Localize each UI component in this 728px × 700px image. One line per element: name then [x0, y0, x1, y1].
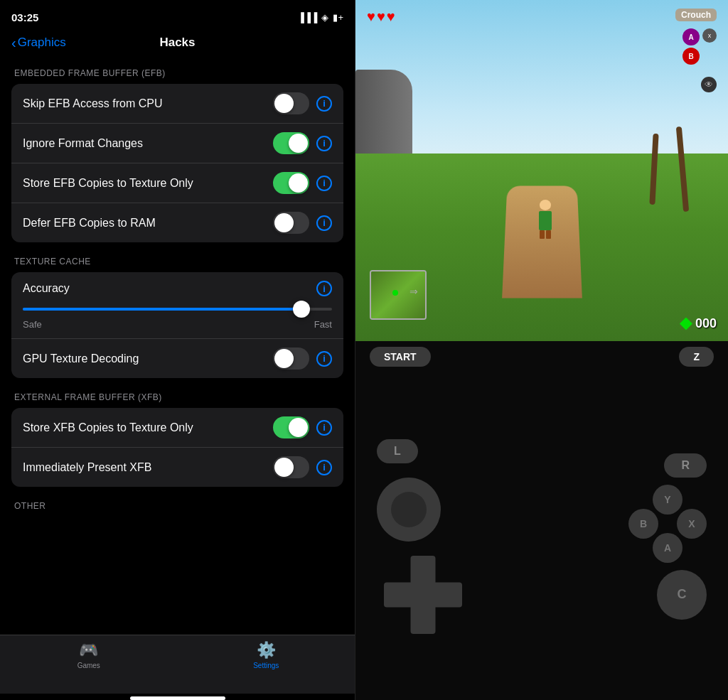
texture-group: Accuracy i Safe Fast GPU Texture Decodin…	[11, 272, 343, 378]
minimap: ⇒ ‹ ›	[370, 270, 427, 320]
game-panel: ♥ ♥ ♥ Crouch A x B 👁 ⇒	[355, 0, 728, 700]
tab-bar: 🎮 Games ⚙️ Settings	[0, 635, 355, 694]
store-xfb-label: Store XFB Copies to Texture Only	[23, 421, 193, 434]
efb-section-label: EMBEDDED FRAME BUFFER (EFB)	[11, 57, 343, 84]
dpad-vertical	[411, 556, 436, 634]
tab-games[interactable]: 🎮 Games	[0, 641, 178, 669]
present-xfb-label: Immediately Present XFB	[23, 461, 151, 474]
link-head	[540, 200, 551, 210]
tab-settings[interactable]: ⚙️ Settings	[178, 641, 355, 669]
skip-efb-info[interactable]: i	[316, 96, 332, 112]
status-time: 03:25	[11, 11, 38, 23]
link-body	[539, 211, 552, 230]
heart-3: ♥	[387, 9, 395, 25]
wifi-icon: ◈	[321, 12, 328, 23]
minimap-arrow: ⇒	[410, 286, 418, 297]
efb-group: Skip EFB Access from CPU i Ignore Format…	[11, 84, 343, 242]
palm-tree-1	[680, 126, 685, 212]
slider-thumb[interactable]	[293, 301, 310, 318]
toggle-thumb	[274, 94, 294, 113]
dpad[interactable]	[384, 556, 462, 634]
x-button[interactable]: X	[677, 509, 707, 539]
nav-bar: ‹ Graphics Hacks	[0, 31, 355, 57]
link-legs	[540, 230, 551, 239]
gem-icon	[680, 318, 692, 330]
palm-tree-2	[651, 134, 657, 205]
minimap-inner: ⇒	[371, 271, 425, 318]
a-button[interactable]: A	[653, 533, 682, 563]
store-xfb-info[interactable]: i	[316, 420, 332, 436]
table-row: Store XFB Copies to Texture Only i	[11, 408, 343, 448]
accuracy-label: Accuracy	[23, 282, 70, 295]
back-label: Graphics	[18, 36, 66, 50]
analog-stick-inner	[391, 492, 427, 527]
defer-efb-info[interactable]: i	[316, 215, 332, 231]
toggle-thumb	[274, 458, 294, 477]
l-button[interactable]: L	[377, 439, 418, 463]
store-xfb-toggle[interactable]	[273, 416, 309, 438]
store-efb-label: Store EFB Copies to Texture Only	[23, 177, 193, 190]
gpu-texture-info[interactable]: i	[316, 351, 332, 367]
texture-section-label: TEXTURE CACHE	[11, 245, 343, 272]
ignore-format-info[interactable]: i	[316, 136, 332, 151]
gpu-texture-toggle[interactable]	[273, 348, 309, 370]
heart-1: ♥	[367, 9, 375, 25]
skip-efb-label: Skip EFB Access from CPU	[23, 97, 163, 110]
table-row: GPU Texture Decoding i	[11, 339, 343, 378]
start-button[interactable]: START	[370, 347, 431, 367]
toggle-thumb	[289, 134, 308, 153]
accuracy-slider-container[interactable]	[23, 305, 332, 316]
minimap-player	[392, 290, 398, 296]
slider-max-label: Fast	[314, 319, 332, 330]
table-row: Immediately Present XFB i	[11, 448, 343, 487]
game-screen: ♥ ♥ ♥ Crouch A x B 👁 ⇒	[355, 0, 728, 341]
back-button[interactable]: ‹ Graphics	[11, 36, 66, 50]
heart-2: ♥	[377, 9, 385, 25]
defer-efb-toggle[interactable]	[273, 212, 309, 234]
hud-btn-a: A	[682, 28, 700, 45]
toggle-thumb	[289, 173, 308, 193]
c-button[interactable]: C	[657, 570, 707, 620]
games-icon: 🎮	[79, 641, 98, 659]
hud-buttons: A x B	[682, 28, 717, 65]
ignore-format-toggle[interactable]	[273, 132, 309, 154]
y-button[interactable]: Y	[653, 485, 682, 515]
table-row: Ignore Format Changes i	[11, 124, 343, 163]
present-xfb-info[interactable]: i	[316, 460, 332, 475]
hud-hearts: ♥ ♥ ♥	[367, 9, 395, 25]
xfb-section-label: EXTERNAL FRAME BUFFER (XFB)	[11, 381, 343, 408]
hud-btn-x: x	[702, 28, 717, 43]
right-controls: R Y X A B C	[628, 453, 707, 620]
toggle-thumb	[274, 213, 294, 232]
settings-icon: ⚙️	[257, 641, 276, 659]
slider-fill	[23, 308, 301, 311]
z-button[interactable]: Z	[679, 347, 714, 367]
face-buttons: Y X A B	[628, 485, 707, 563]
analog-stick-left[interactable]	[377, 478, 441, 542]
page-title: Hacks	[159, 36, 195, 50]
toggle-thumb	[274, 349, 294, 368]
defer-efb-label: Defer EFB Copies to RAM	[23, 217, 156, 230]
settings-content: EMBEDDED FRAME BUFFER (EFB) Skip EFB Acc…	[0, 57, 355, 635]
store-efb-toggle[interactable]	[273, 172, 309, 194]
r-button[interactable]: R	[664, 453, 707, 478]
tab-games-label: Games	[77, 662, 100, 669]
store-efb-info[interactable]: i	[316, 176, 332, 191]
gem-count: 000	[695, 316, 717, 331]
settings-panel: 03:25 ▐▐▐ ◈ ▮+ ‹ Graphics Hacks EMBEDDED…	[0, 0, 355, 700]
accuracy-info[interactable]: i	[316, 281, 332, 296]
other-section-label: OTHER	[11, 490, 343, 517]
skip-efb-toggle[interactable]	[273, 92, 309, 114]
present-xfb-toggle[interactable]	[273, 456, 309, 478]
controller-area: L R Y X A B C	[355, 372, 728, 700]
hud-btn-b: B	[682, 48, 700, 65]
table-row: Defer EFB Copies to RAM i	[11, 203, 343, 242]
signal-icon: ▐▐▐	[298, 12, 318, 23]
game-bottom-bar: START Z	[355, 341, 728, 372]
xfb-group: Store XFB Copies to Texture Only i Immed…	[11, 408, 343, 487]
status-bar: 03:25 ▐▐▐ ◈ ▮+	[0, 0, 355, 31]
ignore-format-label: Ignore Format Changes	[23, 137, 143, 150]
b-button[interactable]: B	[628, 509, 658, 539]
left-controls: L	[377, 439, 462, 634]
table-row: Skip EFB Access from CPU i	[11, 84, 343, 124]
